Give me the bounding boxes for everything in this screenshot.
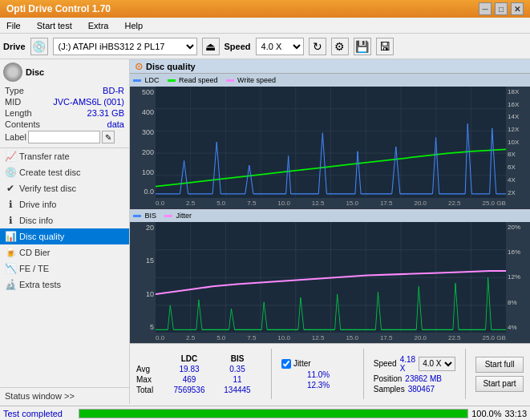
jitter-check-row: Jitter: [281, 359, 354, 369]
drive-icon: 💿: [30, 38, 48, 55]
divider1: [271, 349, 272, 399]
sidebar-item-drive-info[interactable]: ℹ Drive info: [0, 196, 129, 212]
drive-select[interactable]: (J:) ATAPI iHBS312 2 PL17: [53, 38, 197, 55]
disc-length-value: 23.31 GB: [87, 108, 124, 118]
chart1-x-labels: 0.0 2.5 5.0 7.5 10.0 12.5 15.0 17.5 20.0…: [130, 198, 530, 208]
close-button[interactable]: ✕: [511, 2, 524, 15]
start-full-button[interactable]: Start full: [475, 357, 524, 373]
disc-contents-value: data: [107, 119, 124, 129]
disc-info-icon: ℹ: [5, 215, 16, 226]
ldc-legend: LDC: [133, 76, 160, 84]
bottom-stats: LDC BIS Avg 19.83 0.35 Max 469 11: [130, 343, 530, 404]
sidebar-item-extra-tests[interactable]: 🔬 Extra tests: [0, 277, 129, 293]
jitter-max-row: 12.3%: [281, 381, 354, 390]
refresh-button[interactable]: ↻: [309, 38, 326, 55]
progress-percent: 100.0%: [471, 409, 501, 418]
nav-label-fe-te: FE / TE: [19, 264, 49, 273]
sidebar-item-transfer-rate[interactable]: 📈 Transfer rate: [0, 148, 129, 164]
window-controls[interactable]: ─ □ ✕: [479, 2, 524, 15]
jitter-header: Jitter: [293, 359, 311, 368]
status-window-label: Status window >>: [5, 391, 75, 401]
ldc-header: LDC: [165, 354, 213, 363]
speed-label: Speed: [225, 42, 251, 51]
disc-type-label: Type: [5, 86, 24, 95]
sidebar: Disc Type BD-R MID JVC-AMS6L (001) Lengt…: [0, 59, 130, 404]
nav-label-transfer-rate: Transfer rate: [19, 151, 70, 161]
save-button[interactable]: 🖫: [376, 38, 394, 55]
menu-help[interactable]: Help: [121, 19, 146, 32]
cd-bier-icon: 🍺: [5, 247, 16, 258]
action-buttons: Start full Start part: [475, 347, 524, 401]
sidebar-item-create-test-disc[interactable]: 💿 Create test disc: [0, 164, 129, 180]
samples-label: Samples: [374, 385, 405, 394]
sidebar-item-verify-test-disc[interactable]: ✔ Verify test disc: [0, 180, 129, 196]
nav-label-verify-test: Verify test disc: [19, 184, 76, 193]
disc-panel: Disc Type BD-R MID JVC-AMS6L (001) Lengt…: [0, 59, 129, 148]
disc-type-value: BD-R: [103, 86, 124, 95]
disc-type-row: Type BD-R: [3, 85, 126, 96]
total-ldc: 7569536: [165, 386, 213, 394]
write-speed-legend: Write speed: [226, 76, 276, 84]
disc-label-key: Label: [5, 132, 26, 142]
disc-quality-icon: 📊: [5, 231, 16, 242]
chart1-svg: [156, 87, 506, 198]
create-test-icon: 💿: [5, 167, 16, 178]
disc-button2[interactable]: 💾: [354, 38, 371, 55]
title-bar: Opti Drive Control 1.70 ─ □ ✕: [0, 0, 530, 18]
speed-stat-select[interactable]: 4.0 X: [419, 357, 455, 371]
menu-start-test[interactable]: Start test: [34, 19, 75, 32]
speed-stat-value: 4.18 X: [400, 355, 415, 373]
eject-button[interactable]: ⏏: [202, 38, 220, 55]
chart2-plot: [156, 222, 506, 333]
settings-button[interactable]: ⚙: [331, 38, 349, 55]
minimize-button[interactable]: ─: [479, 2, 492, 15]
drive-info-icon: ℹ: [5, 199, 16, 210]
nav-label-create-test: Create test disc: [19, 168, 80, 177]
menu-file[interactable]: File: [3, 19, 24, 32]
disc-quality-view: ⊙ Disc quality LDC Read speed: [130, 59, 530, 404]
avg-jitter: 11.0%: [307, 370, 330, 379]
charts-wrapper: LDC Read speed Write speed 500: [130, 74, 530, 404]
fe-te-icon: 📉: [5, 263, 16, 274]
chart2-area: 20 15 10 5: [130, 222, 530, 333]
start-part-button[interactable]: Start part: [475, 376, 524, 392]
avg-bis: 0.35: [213, 365, 261, 374]
chart1-y-left: 500 400 300 200 100 0.0: [130, 87, 156, 198]
disc-label-row: Label ✎: [3, 130, 126, 144]
total-bis: 134445: [213, 386, 261, 394]
menu-extra[interactable]: Extra: [85, 19, 112, 32]
total-label: Total: [136, 386, 165, 394]
sidebar-item-disc-info[interactable]: ℹ Disc info: [0, 212, 129, 228]
app-title: Opti Drive Control 1.70: [6, 3, 111, 14]
speed-select[interactable]: 4.0 X: [256, 38, 304, 55]
maximize-button[interactable]: □: [495, 2, 508, 15]
disc-quality-title-text: Disc quality: [146, 62, 196, 71]
chart2-legend: BIS Jitter: [130, 209, 530, 222]
nav-label-disc-quality: Disc quality: [19, 232, 64, 241]
avg-label: Avg: [136, 365, 165, 374]
sidebar-item-cd-bier[interactable]: 🍺 CD Bier: [0, 244, 129, 260]
chart1-area: 500 400 300 200 100 0.0: [130, 87, 530, 198]
chart2-y-right: 20% 16% 12% 8% 4%: [506, 222, 530, 333]
chart2-svg: [156, 222, 506, 333]
max-ldc: 469: [165, 375, 213, 384]
disc-label-input[interactable]: [28, 131, 100, 143]
sidebar-item-fe-te[interactable]: 📉 FE / TE: [0, 260, 129, 277]
nav-label-drive-info: Drive info: [19, 200, 56, 209]
speed-pos-section: Speed 4.18 X 4.0 X Position 23862 MB Sam…: [374, 347, 455, 401]
nav-label-disc-info: Disc info: [19, 216, 53, 225]
samples-row: Samples 380467: [374, 385, 455, 394]
read-speed-legend: Read speed: [168, 76, 218, 84]
disc-label-btn[interactable]: ✎: [102, 131, 115, 143]
disc-length-row: Length 23.31 GB: [3, 107, 126, 119]
disc-section-label: Disc: [26, 67, 44, 77]
sidebar-item-disc-quality[interactable]: 📊 Disc quality: [0, 228, 129, 244]
jitter-checkbox[interactable]: [281, 359, 291, 369]
position-value: 23862 MB: [405, 374, 442, 383]
status-text: Test completed: [3, 409, 75, 418]
drive-label: Drive: [3, 42, 26, 51]
status-window-toggle[interactable]: Status window >>: [0, 387, 129, 404]
disc-icon: [3, 63, 22, 82]
disc-contents-label: Contents: [5, 119, 40, 129]
transfer-rate-icon: 📈: [5, 151, 16, 162]
